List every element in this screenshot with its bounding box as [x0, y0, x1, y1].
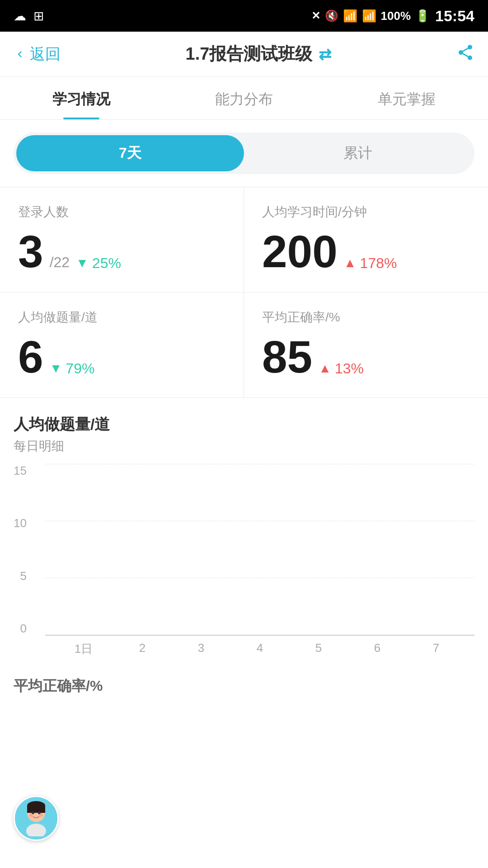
avatar[interactable]	[14, 796, 59, 841]
x-label-7: 7	[407, 641, 465, 657]
stat-time-change: ▲ 178%	[344, 255, 397, 272]
avatar-image	[18, 800, 54, 836]
shuffle-icon[interactable]: ⇄	[319, 45, 331, 63]
down-arrow-icon: ▼	[76, 256, 89, 270]
status-bar: ☁ ⊞ ✕ 🔇 📶 📶 100% 🔋 15:54	[0, 0, 488, 32]
x-label-5: 5	[289, 641, 348, 657]
status-icons: ✕ 🔇 📶 📶 100% 🔋	[311, 9, 430, 23]
battery-icon: 🔋	[415, 9, 430, 23]
y-label-0: 0	[20, 622, 26, 636]
tab-study[interactable]: 学习情况	[0, 77, 163, 119]
stat-time-values: 200 ▲ 178%	[262, 229, 470, 274]
tab-ability[interactable]: 能力分布	[163, 77, 325, 119]
stat-time-label: 人均学习时间/分钟	[262, 203, 470, 221]
weather-icon: ☁	[14, 9, 26, 24]
y-label-15: 15	[14, 464, 27, 478]
x-label-6: 6	[348, 641, 407, 657]
back-icon	[14, 48, 26, 61]
svg-point-6	[29, 813, 33, 817]
stat-login-main: 3	[18, 229, 43, 274]
tab-unit[interactable]: 单元掌握	[325, 77, 488, 119]
x-label-1: 1日	[54, 641, 113, 657]
bluetooth-icon: ✕	[311, 9, 320, 22]
svg-rect-2	[27, 806, 45, 813]
chart-plot	[45, 464, 474, 636]
signal-icon: 📶	[362, 9, 376, 23]
chart-section: 人均做题量/道 每日明细 15 10 5 0	[0, 398, 488, 663]
page-title: 1.7报告测试班级 ⇄	[186, 42, 332, 66]
stat-questions-values: 6 ▼ 79%	[18, 334, 225, 379]
x-label-2: 2	[113, 641, 172, 657]
bottom-section-label: 平均正确率/%	[0, 663, 488, 696]
x-label-4: 4	[230, 641, 289, 657]
stat-accuracy-label: 平均正确率/%	[262, 309, 470, 326]
stat-time-main: 200	[262, 229, 338, 274]
share-icon	[456, 43, 474, 61]
status-right: ✕ 🔇 📶 📶 100% 🔋 15:54	[311, 7, 474, 25]
up-arrow-icon2: ▲	[319, 361, 331, 376]
stat-avg-questions: 人均做题量/道 6 ▼ 79%	[0, 292, 244, 397]
chart-y-axis: 15 10 5 0	[14, 464, 33, 636]
x-label-3: 3	[172, 641, 230, 657]
stat-login-label: 登录人数	[18, 203, 225, 221]
stat-accuracy-main: 85	[262, 334, 312, 379]
stat-login-sub: /22	[50, 254, 70, 271]
period-7days-button[interactable]: 7天	[16, 135, 244, 171]
chart-title: 人均做题量/道	[14, 414, 474, 435]
stats-grid: 登录人数 3 /22 ▼ 25% 人均学习时间/分钟 200 ▲ 178% 人均…	[0, 187, 488, 398]
y-label-5: 5	[20, 569, 26, 583]
battery-label: 100%	[381, 9, 411, 23]
period-cumulative-button[interactable]: 累计	[244, 135, 472, 171]
chart-bars	[45, 464, 474, 635]
image-icon: ⊞	[33, 9, 44, 24]
chart-subtitle: 每日明细	[14, 438, 474, 455]
wifi-icon: 📶	[343, 9, 357, 23]
stat-study-time: 人均学习时间/分钟 200 ▲ 178%	[244, 187, 488, 292]
time-display: 15:54	[435, 7, 474, 25]
stat-questions-label: 人均做题量/道	[18, 309, 225, 326]
header: 返回 1.7报告测试班级 ⇄	[0, 32, 488, 77]
stat-accuracy-values: 85 ▲ 13%	[262, 334, 470, 379]
svg-point-5	[26, 824, 46, 836]
svg-point-7	[39, 813, 43, 817]
y-label-10: 10	[14, 516, 27, 530]
back-label: 返回	[30, 44, 61, 65]
stat-login-count: 登录人数 3 /22 ▼ 25%	[0, 187, 244, 292]
back-button[interactable]: 返回	[14, 44, 61, 65]
down-arrow-icon2: ▼	[50, 361, 62, 376]
share-button[interactable]	[456, 43, 474, 65]
chart-container: 15 10 5 0	[14, 464, 474, 663]
volume-icon: 🔇	[325, 9, 338, 22]
stat-questions-change: ▼ 79%	[50, 360, 95, 377]
up-arrow-icon: ▲	[344, 256, 357, 270]
status-left: ☁ ⊞	[14, 9, 44, 24]
period-toggle: 7天 累计	[14, 132, 474, 174]
stat-accuracy-change: ▲ 13%	[319, 360, 364, 377]
stat-login-change: ▼ 25%	[76, 255, 121, 272]
chart-x-labels: 1日 2 3 4 5 6 7	[45, 636, 474, 657]
stat-avg-accuracy: 平均正确率/% 85 ▲ 13%	[244, 292, 488, 397]
stat-login-values: 3 /22 ▼ 25%	[18, 229, 225, 274]
tab-bar: 学习情况 能力分布 单元掌握	[0, 77, 488, 120]
stat-questions-main: 6	[18, 334, 43, 379]
